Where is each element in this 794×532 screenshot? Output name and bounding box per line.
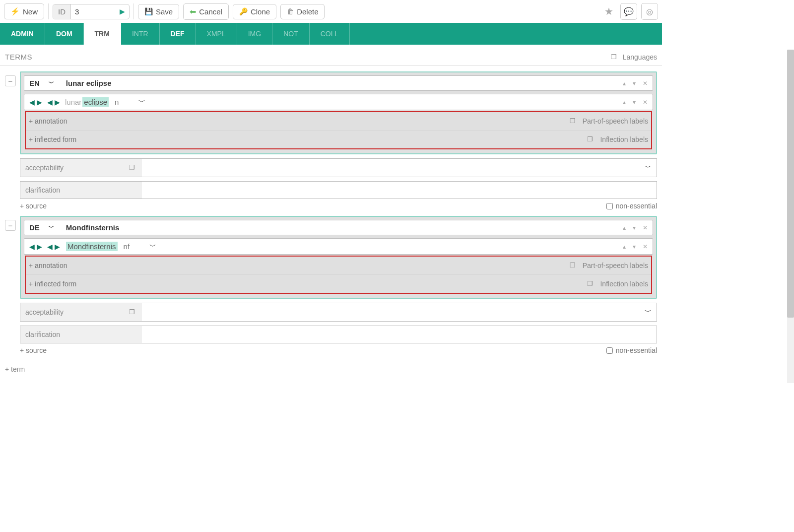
add-source-button[interactable]: + source [20,202,47,210]
next-char-icon[interactable]: ▶ [55,243,60,251]
non-essential-checkbox[interactable] [606,347,613,354]
non-essential-toggle[interactable]: non-essential [606,202,657,210]
acceptability-select[interactable]: ﹀ [142,303,657,321]
clone-button[interactable]: 🔑 Clone [233,4,276,19]
tab-xmpl[interactable]: XMPL [196,23,237,45]
id-go-button[interactable]: ▶ [116,4,129,18]
add-inflected-button[interactable]: + inflected form [29,280,76,288]
non-essential-label: non-essential [616,202,657,210]
add-annotation-button[interactable]: + annotation [29,262,67,269]
nav-arrows: ◀ ▶ [29,243,42,251]
prev-char-icon[interactable]: ◀ [47,98,53,106]
prev-word-icon[interactable]: ◀ [29,243,35,251]
collapse-button[interactable]: − [5,220,16,231]
tab-admin[interactable]: ADMIN [0,23,45,45]
acceptability-field: acceptability ﹀ [20,158,657,177]
word-display[interactable]: Mondfinsternis [65,242,118,251]
favorite-star-icon[interactable]: ★ [601,5,616,17]
new-button[interactable]: ⚡ New [4,3,44,19]
inflection-labels-link[interactable]: Inflection labels [587,135,648,143]
term-text[interactable]: lunar eclipse [66,79,623,87]
inflection-labels-text: Inflection labels [600,280,648,288]
clarification-label: clarification [20,326,142,343]
tab-intr[interactable]: INTR [121,23,160,45]
tab-coll[interactable]: COLL [310,23,350,45]
clarification-input[interactable] [142,326,657,343]
close-icon[interactable]: ✕ [643,224,648,231]
language-select[interactable]: DE ﹀ [29,223,60,232]
window-icon[interactable] [129,164,137,172]
highlighted-labels-box: + annotation Part-of-speech labels + inf… [25,256,652,294]
next-char-icon[interactable]: ▶ [55,98,60,106]
word-display[interactable]: lunar eclipse [65,97,109,107]
window-icon [587,135,595,143]
save-button[interactable]: 💾 Save [138,4,179,19]
move-up-icon[interactable]: ▴ [623,224,626,231]
clarification-field: clarification [20,181,657,199]
pos-dropdown[interactable]: ﹀ [138,98,145,107]
move-up-icon[interactable]: ▴ [623,80,626,87]
term-header: EN ﹀ lunar eclipse ▴ ▾ ✕ [24,75,653,91]
word-row: ◀ ▶ ◀ ▶ Mondfinsternis nf ﹀ ▴ ▾ ✕ [24,238,653,255]
key-icon: 🔑 [239,7,248,15]
add-term-button[interactable]: + term [5,360,657,373]
tab-dom[interactable]: DOM [45,23,84,45]
add-annotation-button[interactable]: + annotation [29,117,67,125]
target-button[interactable]: ◎ [641,3,658,20]
word-highlight: eclipse [82,97,109,107]
close-icon[interactable]: ✕ [643,80,648,87]
tab-trm[interactable]: TRM [84,23,121,45]
window-icon [587,280,595,288]
nav-arrows-2: ◀ ▶ [47,243,60,251]
cancel-button[interactable]: ⬅ Cancel [183,3,229,20]
trash-icon: 🗑 [287,7,294,15]
acceptability-label: acceptability [20,303,142,321]
pos-dropdown[interactable]: ﹀ [149,242,156,251]
tab-bar: ADMIN DOM TRM INTR DEF XMPL IMG NOT COLL [0,23,662,45]
move-down-icon[interactable]: ▾ [633,80,636,87]
non-essential-toggle[interactable]: non-essential [606,346,657,354]
move-down-icon[interactable]: ▾ [633,243,636,250]
next-word-icon[interactable]: ▶ [37,243,42,251]
inflection-labels-text: Inflection labels [600,135,648,143]
inflection-labels-link[interactable]: Inflection labels [587,280,648,288]
chevron-down-icon: ﹀ [49,79,54,87]
scrollbar[interactable] [787,50,794,383]
next-word-icon[interactable]: ▶ [37,98,42,106]
collapse-button[interactable]: − [5,75,16,86]
languages-link[interactable]: Languages [611,53,657,61]
close-icon[interactable]: ✕ [643,243,648,250]
id-input[interactable] [71,4,116,19]
id-group: ID ▶ [53,4,130,19]
prev-word-icon[interactable]: ◀ [29,98,35,106]
target-icon: ◎ [646,7,653,16]
annotation-row: + annotation Part-of-speech labels [26,112,651,130]
non-essential-checkbox[interactable] [606,203,613,209]
tab-def[interactable]: DEF [160,23,196,45]
acceptability-select[interactable]: ﹀ [142,159,657,177]
pos-labels-link[interactable]: Part-of-speech labels [570,117,648,125]
prev-char-icon[interactable]: ◀ [47,243,53,251]
window-icon[interactable] [129,308,137,316]
comment-button[interactable]: 💬 [620,3,637,20]
move-up-icon[interactable]: ▴ [623,99,626,106]
move-down-icon[interactable]: ▾ [633,99,636,106]
delete-button[interactable]: 🗑 Delete [280,4,325,19]
tab-not[interactable]: NOT [272,23,310,45]
pos-labels-link[interactable]: Part-of-speech labels [570,262,648,269]
add-source-button[interactable]: + source [20,346,47,354]
move-up-icon[interactable]: ▴ [623,243,626,250]
move-down-icon[interactable]: ▾ [633,224,636,231]
clarification-field: clarification [20,326,657,343]
language-select[interactable]: EN ﹀ [29,79,60,87]
scrollbar-thumb[interactable] [787,50,794,318]
close-icon[interactable]: ✕ [643,99,648,106]
clarification-input[interactable] [142,182,657,199]
add-inflected-button[interactable]: + inflected form [29,135,76,143]
section-title: TERMS [5,53,32,61]
tab-img[interactable]: IMG [237,23,272,45]
term-text[interactable]: Mondfinsternis [66,223,623,232]
non-essential-label: non-essential [616,346,657,354]
bolt-icon: ⚡ [10,7,20,16]
row-controls: ▴ ▾ ✕ [623,224,648,231]
